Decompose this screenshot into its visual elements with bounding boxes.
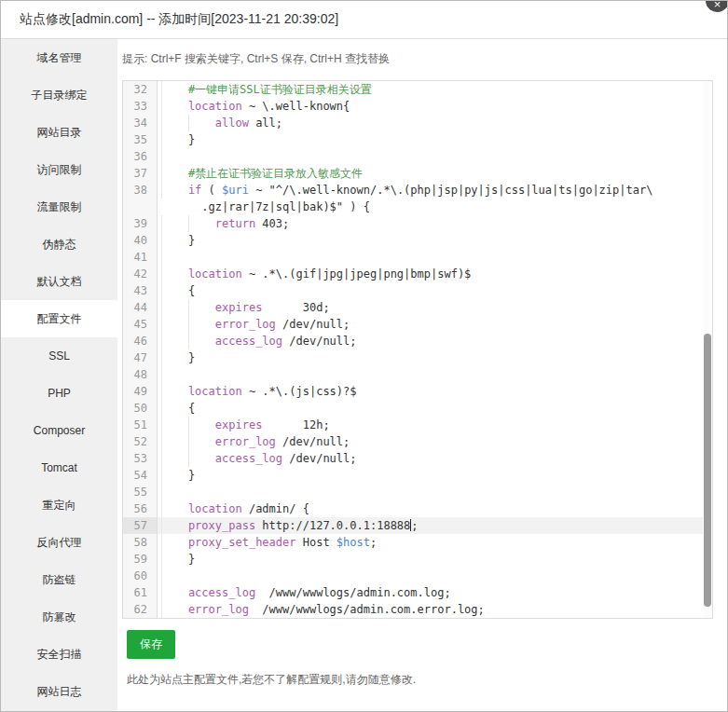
line-number: 59 <box>123 551 158 568</box>
sidebar-item-reverse-proxy[interactable]: 反向代理 <box>1 524 117 561</box>
line-number: 48 <box>123 366 158 383</box>
code-line[interactable]: 39return 403; <box>123 215 712 232</box>
line-number: 50 <box>123 400 158 417</box>
line-number: 32 <box>123 81 158 98</box>
editor-scrollbar-thumb[interactable] <box>704 334 711 608</box>
line-number: 52 <box>123 433 158 450</box>
line-number: 34 <box>123 115 158 131</box>
code-line[interactable]: 42location ~ .*\.(gif|jpg|jpeg|png|bmp|s… <box>123 266 712 282</box>
line-number: 37 <box>123 165 158 182</box>
line-number: 38 <box>123 182 158 199</box>
line-number: 45 <box>123 316 158 333</box>
dialog-body: 域名管理子目录绑定网站目录访问限制流量限制伪静态默认文档配置文件SSLPHPCo… <box>1 39 727 711</box>
line-number: 62 <box>123 601 158 618</box>
save-button[interactable]: 保存 <box>127 630 175 659</box>
code-line[interactable]: 48 <box>123 366 712 383</box>
config-code-editor[interactable]: 32#一键申请SSL证书验证目录相关设置33location ~ \.well-… <box>122 80 713 619</box>
code-line[interactable]: 37#禁止在证书验证目录放入敏感文件 <box>123 165 712 182</box>
code-line[interactable]: 43{ <box>123 282 712 299</box>
sidebar-item-traffic-limit[interactable]: 流量限制 <box>1 188 117 226</box>
sidebar-item-ssl[interactable]: SSL <box>1 337 117 375</box>
code-line[interactable]: 33location ~ \.well-known{ <box>123 98 712 115</box>
code-line[interactable]: 57proxy_pass http://127.0.0.1:18888; <box>123 517 712 534</box>
code-line[interactable]: 44expires 30d; <box>123 299 712 316</box>
line-number: 57 <box>123 517 158 534</box>
sidebar-item-rewrite[interactable]: 伪静态 <box>1 226 117 263</box>
line-number: 55 <box>123 484 158 500</box>
code-line[interactable]: 47} <box>123 349 712 366</box>
sidebar-item-hotlink[interactable]: 防盗链 <box>1 561 117 598</box>
line-number: 49 <box>123 383 158 400</box>
line-number: 54 <box>123 467 158 484</box>
sidebar-item-security-scan[interactable]: 安全扫描 <box>1 636 117 673</box>
code-line[interactable]: 61access_log /www/wwwlogs/admin.com.log; <box>123 584 712 601</box>
editor-scrollbar[interactable] <box>703 81 712 618</box>
sidebar-item-tamper-proof[interactable]: 防篡改 <box>1 598 117 636</box>
line-number: 58 <box>123 534 158 551</box>
sidebar-item-default-doc[interactable]: 默认文档 <box>1 263 117 300</box>
sidebar-item-access-limit[interactable]: 访问限制 <box>1 151 117 188</box>
shortcut-hint: 提示: Ctrl+F 搜索关键字, Ctrl+S 保存, Ctrl+H 查找替换 <box>122 50 713 67</box>
line-number: 53 <box>123 450 158 467</box>
code-line[interactable]: 35} <box>123 131 712 148</box>
line-number: 60 <box>123 568 158 584</box>
sidebar-item-php[interactable]: PHP <box>1 375 117 412</box>
code-line[interactable]: 60 <box>123 568 712 584</box>
site-modify-dialog: × 站点修改[admin.com] -- 添加时间[2023-11-21 20:… <box>0 0 728 712</box>
line-number <box>123 199 158 215</box>
line-number: 46 <box>123 333 158 349</box>
code-line[interactable]: 59} <box>123 551 712 568</box>
code-line[interactable]: 32#一键申请SSL证书验证目录相关设置 <box>123 81 712 98</box>
line-number: 56 <box>123 500 158 517</box>
line-number: 61 <box>123 584 158 601</box>
line-number: 42 <box>123 266 158 282</box>
sidebar: 域名管理子目录绑定网站目录访问限制流量限制伪静态默认文档配置文件SSLPHPCo… <box>1 39 117 711</box>
code-line[interactable]: 62error_log /www/wwwlogs/admin.com.error… <box>123 601 712 618</box>
code-line[interactable]: 53access_log /dev/null; <box>123 450 712 467</box>
sidebar-item-domain[interactable]: 域名管理 <box>1 39 117 76</box>
code-lines: 32#一键申请SSL证书验证目录相关设置33location ~ \.well-… <box>123 81 712 618</box>
sidebar-item-subdir[interactable]: 子目录绑定 <box>1 76 117 114</box>
line-number: 35 <box>123 131 158 148</box>
code-line[interactable]: 58proxy_set_header Host $host; <box>123 534 712 551</box>
dialog-title-bar: 站点修改[admin.com] -- 添加时间[2023-11-21 20:39… <box>1 1 727 39</box>
sidebar-item-tomcat[interactable]: Tomcat <box>1 449 117 486</box>
code-line[interactable]: 34allow all; <box>123 115 712 131</box>
sidebar-item-config-file[interactable]: 配置文件 <box>1 300 117 337</box>
code-line[interactable]: 55 <box>123 484 712 500</box>
code-line[interactable]: 46access_log /dev/null; <box>123 333 712 349</box>
code-line[interactable]: 51expires 12h; <box>123 417 712 433</box>
line-number: 36 <box>123 148 158 165</box>
code-line[interactable]: 40} <box>123 232 712 249</box>
code-line[interactable]: 36 <box>123 148 712 165</box>
sidebar-item-sitedir[interactable]: 网站目录 <box>1 114 117 151</box>
code-line[interactable]: 49location ~ .*\.(js|css)?$ <box>123 383 712 400</box>
line-number: 40 <box>123 232 158 249</box>
code-line[interactable]: 54} <box>123 467 712 484</box>
line-number: 47 <box>123 349 158 366</box>
code-line[interactable]: 38if ( $uri ~ "^/\.well-known/.*\.(php|j… <box>123 182 712 199</box>
line-number: 33 <box>123 98 158 115</box>
sidebar-item-site-logs[interactable]: 网站日志 <box>1 673 117 710</box>
code-line[interactable]: 52error_log /dev/null; <box>123 433 712 450</box>
code-line[interactable]: 41 <box>123 249 712 266</box>
line-number: 41 <box>123 249 158 266</box>
line-number: 39 <box>123 215 158 232</box>
sidebar-item-redirect[interactable]: 重定向 <box>1 486 117 524</box>
footer-note: 此处为站点主配置文件,若您不了解配置规则,请勿随意修改. <box>127 672 713 688</box>
line-number: 51 <box>123 417 158 433</box>
main-panel: 提示: Ctrl+F 搜索关键字, Ctrl+S 保存, Ctrl+H 查找替换… <box>117 39 727 711</box>
line-number: 44 <box>123 299 158 316</box>
line-number: 43 <box>123 282 158 299</box>
sidebar-item-composer[interactable]: Composer <box>1 412 117 449</box>
dialog-title: 站点修改[admin.com] -- 添加时间[2023-11-21 20:39… <box>20 11 338 28</box>
code-line[interactable]: .gz|rar|7z|sql|bak)$" ) { <box>123 199 712 215</box>
code-line[interactable]: 50{ <box>123 400 712 417</box>
code-line[interactable]: 45error_log /dev/null; <box>123 316 712 333</box>
code-line[interactable]: 56location /admin/ { <box>123 500 712 517</box>
